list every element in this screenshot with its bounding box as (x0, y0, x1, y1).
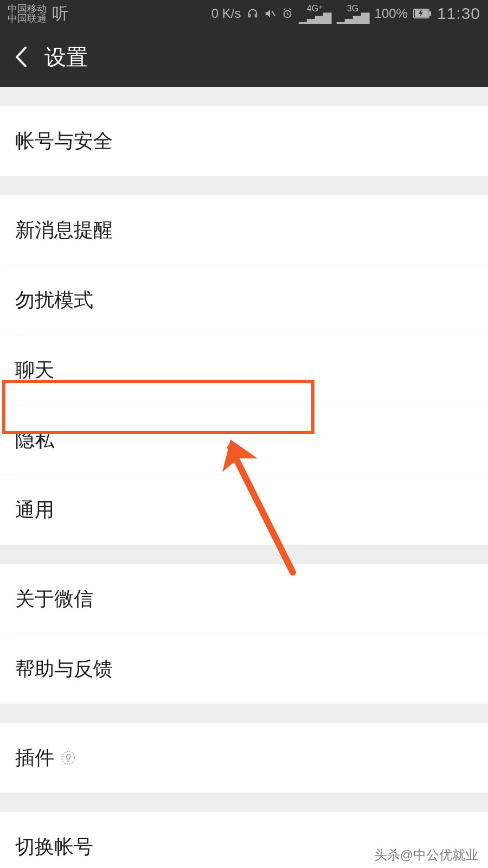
status-left: 中国移动 中国联通 听 (8, 3, 68, 25)
settings-item-label: 勿扰模式 (15, 287, 473, 314)
settings-item-label: 隐私 (15, 427, 473, 454)
alarm-icon (281, 8, 293, 20)
settings-item-dnd[interactable]: 勿扰模式 (0, 265, 488, 335)
settings-item-label: 新消息提醒 (15, 217, 473, 244)
battery-icon (413, 9, 432, 18)
signal-2: 3G ▁▃▅▇ (337, 5, 369, 22)
status-right: 0 K/s 4G⁺ ▁▃▅▇ 3G ▁▃▅▇ 100% 11:30 (211, 4, 480, 23)
section-gap (0, 545, 488, 564)
settings-item-new-message[interactable]: 新消息提醒 (0, 195, 488, 265)
carrier-labels: 中国移动 中国联通 (8, 4, 47, 23)
carrier-2: 中国联通 (8, 14, 47, 23)
back-button[interactable] (10, 46, 31, 68)
carrier-1: 中国移动 (8, 4, 47, 14)
svg-line-0 (272, 11, 275, 16)
watermark-text: 头杀@中公优就业 (374, 846, 478, 864)
settings-item-about[interactable]: 关于微信 (0, 564, 488, 634)
settings-item-help-feedback[interactable]: 帮助与反馈 (0, 634, 488, 704)
clock-time: 11:30 (437, 4, 480, 23)
section-gap (0, 87, 488, 106)
settings-item-label: 帐号与安全 (15, 128, 473, 155)
settings-item-account-security[interactable]: 帐号与安全 (0, 106, 488, 176)
settings-item-chat[interactable]: 聊天 (0, 335, 488, 405)
settings-item-label: 聊天 (15, 357, 473, 384)
mute-icon (264, 8, 276, 20)
signal-1: 4G⁺ ▁▃▅▇ (299, 5, 331, 22)
settings-item-general[interactable]: 通用 (0, 475, 488, 545)
settings-item-label: 关于微信 (15, 586, 473, 612)
svg-rect-4 (429, 11, 431, 16)
section-gap (0, 176, 488, 195)
headset-icon (247, 8, 259, 20)
section-gap (0, 793, 488, 812)
settings-item-privacy[interactable]: 隐私 (0, 405, 488, 475)
section-gap (0, 704, 488, 723)
settings-item-label: 通用 (15, 497, 473, 524)
settings-item-label: 插件 (15, 745, 54, 771)
nav-bar: 设置 (0, 27, 488, 87)
lightbulb-icon (61, 750, 76, 765)
status-bar: 中国移动 中国联通 听 0 K/s 4G⁺ ▁▃▅▇ 3G ▁▃▅▇ 100% … (0, 0, 488, 27)
network-speed: 0 K/s (211, 6, 241, 21)
settings-list: 帐号与安全 新消息提醒 勿扰模式 聊天 隐私 通用 关于微信 帮助与反馈 插件 … (0, 87, 488, 868)
battery-percent: 100% (375, 6, 408, 21)
settings-item-plugins[interactable]: 插件 (0, 723, 488, 793)
page-title: 设置 (44, 42, 88, 72)
settings-item-label: 帮助与反馈 (15, 656, 473, 682)
svg-point-5 (62, 751, 74, 764)
ximalaya-icon: 听 (52, 3, 68, 25)
